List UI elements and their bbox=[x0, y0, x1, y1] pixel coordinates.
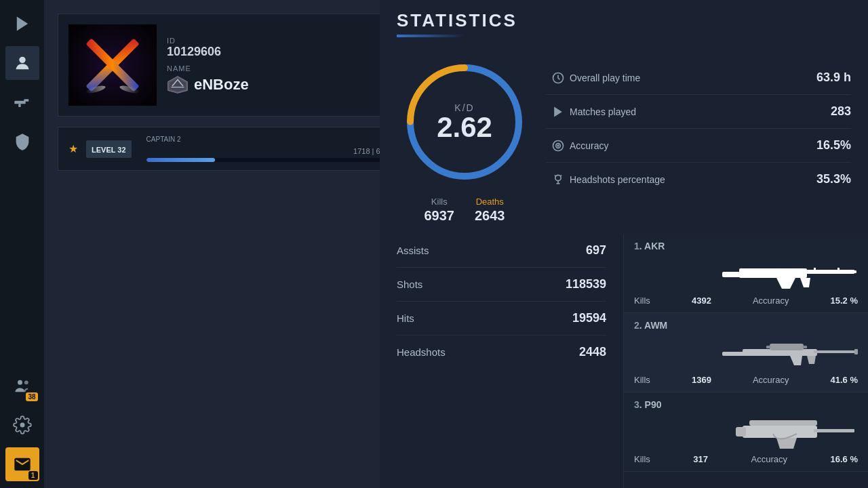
level-bar-area: CAPTAIN 2 1718 | 6100 bbox=[146, 136, 393, 162]
clock-icon bbox=[546, 71, 570, 85]
xp-progress-fill bbox=[146, 158, 216, 162]
sidebar-item-friends[interactable]: 38 bbox=[5, 369, 39, 403]
overview-stats: Overall play time 63.9 h Matches played … bbox=[546, 54, 851, 203]
profile-id: 10129606 bbox=[167, 45, 393, 59]
stat-row-headshots: Headshots percentage 35.3% bbox=[546, 163, 851, 196]
akr-gun-svg bbox=[722, 255, 858, 292]
headshots-pct-label: Headshots percentage bbox=[570, 174, 816, 185]
detail-stats: Assists 697 Shots 118539 Hits 19594 Head… bbox=[380, 234, 624, 488]
p90-gun-svg bbox=[736, 413, 858, 451]
kd-section: K/D 2.62 Kills 6937 Deaths 2643 bbox=[397, 54, 532, 224]
svg-rect-34 bbox=[743, 426, 817, 438]
weapon-p90-stats: Kills 317 Accuracy 16.6 % bbox=[634, 454, 858, 464]
sidebar-item-settings[interactable] bbox=[5, 408, 39, 442]
svg-rect-21 bbox=[739, 268, 807, 278]
stats-title: STATISTICS bbox=[397, 10, 851, 31]
level-label: LEVEL 32 bbox=[92, 146, 126, 154]
svg-point-7 bbox=[20, 423, 24, 428]
weapons-list: 1. AKR bbox=[624, 234, 868, 488]
svg-marker-0 bbox=[16, 17, 27, 31]
sidebar: 38 1 bbox=[0, 0, 44, 488]
svg-rect-26 bbox=[722, 352, 746, 356]
kd-center: K/D 2.62 bbox=[437, 102, 492, 142]
headshot-icon bbox=[546, 173, 570, 186]
stats-bottom-section: Assists 697 Shots 118539 Hits 19594 Head… bbox=[380, 234, 868, 488]
gear-icon bbox=[13, 415, 32, 434]
svg-rect-2 bbox=[14, 101, 25, 104]
xp-progress-bar-bg bbox=[146, 158, 393, 162]
deaths-value: 2643 bbox=[475, 208, 505, 224]
kd-circle: K/D 2.62 bbox=[397, 54, 532, 190]
weapon-p90-name: 3. P90 bbox=[634, 399, 662, 410]
hits-label: Hits bbox=[397, 312, 572, 324]
xp-display: 1718 | 6100 bbox=[146, 147, 393, 155]
headshots-label: Headshots bbox=[397, 346, 579, 358]
id-label: ID bbox=[167, 37, 393, 45]
shield-icon bbox=[13, 132, 32, 151]
name-label: NAME bbox=[167, 64, 393, 73]
level-star-icon: ★ bbox=[68, 142, 78, 155]
sidebar-item-mail[interactable]: 1 bbox=[5, 447, 39, 481]
statistics-panel: STATISTICS K/D 2.62 bbox=[380, 0, 868, 488]
svg-rect-4 bbox=[18, 104, 21, 107]
headshots-pct-value: 35.3% bbox=[816, 172, 851, 186]
mail-badge: 1 bbox=[28, 471, 38, 480]
assists-value: 697 bbox=[586, 243, 606, 258]
headshots-row: Headshots 2448 bbox=[397, 336, 606, 369]
svg-point-5 bbox=[18, 380, 22, 385]
accuracy-icon bbox=[546, 139, 570, 152]
svg-rect-23 bbox=[814, 268, 816, 271]
assists-label: Assists bbox=[397, 245, 586, 256]
kills-stat: Kills 6937 bbox=[425, 197, 455, 224]
avatar bbox=[68, 24, 157, 106]
weapon-p90-header: 3. P90 bbox=[634, 399, 858, 410]
weapon-card-p90: 3. P90 bbox=[624, 392, 868, 472]
stats-top-section: K/D 2.62 Kills 6937 Deaths 2643 bbox=[380, 44, 868, 234]
sidebar-item-weapons[interactable] bbox=[5, 85, 39, 119]
deaths-label: Deaths bbox=[475, 197, 505, 207]
sidebar-item-profile[interactable] bbox=[5, 46, 39, 80]
svg-rect-25 bbox=[851, 270, 856, 273]
svg-rect-35 bbox=[814, 429, 854, 432]
kills-value: 6937 bbox=[425, 208, 455, 224]
svg-rect-33 bbox=[749, 420, 817, 426]
profile-info: ID 10129606 NAME eNBoze bbox=[167, 37, 393, 94]
svg-rect-30 bbox=[766, 346, 770, 348]
svg-rect-28 bbox=[814, 350, 858, 353]
kd-stats-row: Kills 6937 Deaths 2643 bbox=[425, 197, 505, 224]
weapon-card-awm: 2. AWM bbox=[624, 313, 868, 392]
svg-rect-3 bbox=[24, 99, 28, 102]
svg-point-18 bbox=[557, 145, 559, 146]
headshots-value: 2448 bbox=[579, 345, 606, 359]
svg-rect-29 bbox=[770, 344, 804, 350]
svg-rect-36 bbox=[736, 427, 746, 436]
accuracy-value: 16.5% bbox=[816, 138, 851, 152]
weapon-akr-stats: Kills 4392 Accuracy 15.2 % bbox=[634, 296, 858, 306]
stats-header: STATISTICS bbox=[380, 0, 868, 44]
rank-badge-icon bbox=[167, 75, 189, 94]
playtime-label: Overall play time bbox=[570, 73, 816, 83]
matches-value: 283 bbox=[831, 104, 851, 119]
weapon-akr-name: 1. AKR bbox=[634, 241, 665, 251]
kd-value: 2.62 bbox=[437, 113, 492, 142]
svg-point-6 bbox=[24, 380, 28, 384]
person-icon bbox=[13, 54, 32, 73]
svg-rect-24 bbox=[837, 268, 840, 271]
hits-row: Hits 19594 bbox=[397, 302, 606, 336]
sidebar-item-shield[interactable] bbox=[5, 125, 39, 159]
shots-label: Shots bbox=[397, 279, 566, 290]
deaths-stat: Deaths 2643 bbox=[475, 197, 505, 224]
matches-label: Matches played bbox=[570, 106, 831, 117]
shots-value: 118539 bbox=[566, 277, 606, 291]
profile-panel: ID 10129606 NAME eNBoze ★ LEVEL 32 bbox=[44, 0, 417, 488]
friends-badge: 38 bbox=[26, 392, 37, 401]
svg-rect-32 bbox=[854, 349, 858, 354]
stat-row-playtime: Overall play time 63.9 h bbox=[546, 61, 851, 95]
weapon-akr-image bbox=[634, 255, 858, 292]
assists-row: Assists 697 bbox=[397, 234, 606, 268]
sidebar-item-play[interactable] bbox=[5, 7, 39, 41]
rank-label: CAPTAIN 2 bbox=[146, 136, 393, 143]
weapon-akr-header: 1. AKR bbox=[634, 241, 858, 251]
weapon-awm-image bbox=[634, 334, 858, 371]
svg-rect-22 bbox=[804, 270, 854, 274]
